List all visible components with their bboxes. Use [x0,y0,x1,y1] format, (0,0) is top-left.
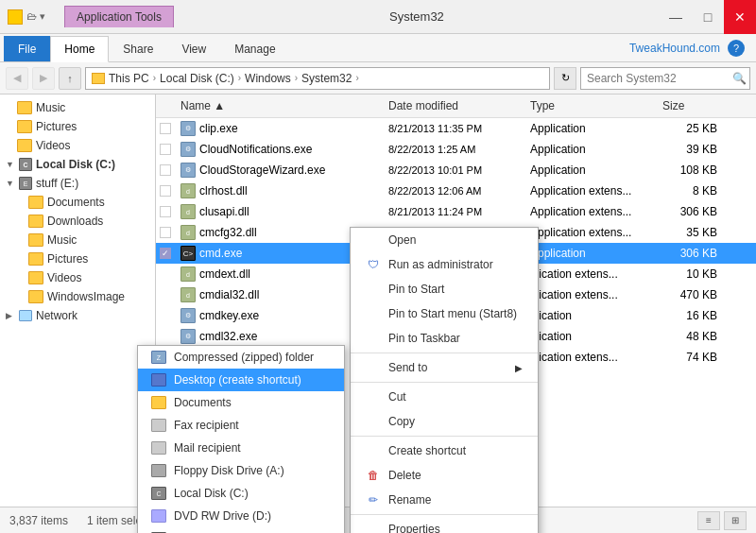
sidebar-item-local-disk[interactable]: ▼ C Local Disk (C:) [0,155,155,174]
file-icon: ⚙ [180,308,196,323]
search-input[interactable] [587,72,729,85]
sidebar-item-videos[interactable]: Videos [0,136,155,155]
sidebar-item-network[interactable]: ▶ Network [0,306,155,325]
col-size[interactable]: Size [657,97,723,114]
back-button[interactable]: ◀ [6,67,28,90]
table-row[interactable]: dclrhost.dll 8/22/2013 12:06 AM Applicat… [156,181,756,201]
refresh-button[interactable]: ↻ [554,67,576,90]
table-row[interactable]: ⚙CloudNotifications.exe 8/22/2013 1:25 A… [156,139,756,160]
path-this-pc[interactable]: This PC [109,72,149,85]
tab-manage[interactable]: Manage [220,36,289,61]
sendto-floppy[interactable]: Floppy Disk Drive (A:) [138,459,344,482]
context-menu-properties[interactable]: Properties [351,517,538,533]
help-button[interactable]: ? [728,40,745,57]
context-menu-run-admin[interactable]: 🛡 Run as administrator [351,252,538,277]
file-type: Application extens... [524,204,657,219]
network-icon [19,310,32,321]
col-name[interactable]: Name ▲ [175,97,383,114]
table-row[interactable]: ⚙CloudStorageWizard.exe 8/22/2013 10:01 … [156,160,756,181]
expand-arrow: ▶ [6,311,15,320]
tab-view[interactable]: View [167,36,220,61]
path-windows[interactable]: Windows [245,72,291,85]
tab-share[interactable]: Share [109,36,167,61]
context-divider3 [351,436,538,437]
sidebar-item-stuff[interactable]: ▼ E stuff (E:) [0,174,155,193]
folder-icon [28,233,43,247]
path-local-disk[interactable]: Local Disk (C:) [160,72,234,85]
sidebar-label: Local Disk (C:) [36,158,115,171]
sendto-stuff[interactable]: E stuff (E:) [138,527,344,533]
sendto-documents[interactable]: Documents [138,391,344,414]
sidebar-label: Pictures [36,120,77,133]
context-menu-delete[interactable]: 🗑 Delete [351,463,538,488]
context-menu-pin-taskbar[interactable]: Pin to Taskbar [351,326,538,351]
maximize-button[interactable]: □ [692,0,724,34]
pin8-icon [366,307,381,320]
context-menu-pin-start[interactable]: Pin to Start [351,277,538,301]
sidebar-item-documents[interactable]: Documents [0,193,155,212]
folder-icon [28,196,43,209]
context-menu-rename[interactable]: ✏ Rename [351,488,538,512]
context-menu-open[interactable]: Open [351,228,538,252]
file-name: ⚙clip.exe [175,120,383,137]
context-menu-sendto[interactable]: Send to ▶ [351,355,538,380]
dvd-icon [151,509,166,523]
up-button[interactable]: ↑ [59,67,81,90]
sidebar-item-windowsimage[interactable]: WindowsImage [0,287,155,306]
col-type[interactable]: Type [524,97,657,114]
sidebar-item-downloads[interactable]: Downloads [0,212,155,231]
sendto-compressed[interactable]: Z Compressed (zipped) folder [138,346,344,369]
sendto-fax[interactable]: Fax recipient [138,414,344,437]
forward-button[interactable]: ▶ [32,67,55,90]
sendto-desktop[interactable]: Desktop (create shortcut) [138,369,344,391]
tweakhound-link[interactable]: TweakHound.com [629,42,720,55]
file-header: Name ▲ Date modified Type Size [156,95,756,118]
quick-access-icons: 🗁 ▾ [26,10,45,23]
address-path[interactable]: This PC › Local Disk (C:) › Windows › Sy… [85,67,550,90]
col-date[interactable]: Date modified [383,97,524,114]
title-bar: 🗁 ▾ Application Tools System32 — □ ✕ [0,0,756,34]
file-type: plication extens... [524,266,657,282]
sidebar-item-pictures2[interactable]: Pictures [0,249,155,268]
sidebar-item-pictures[interactable]: Pictures [0,117,155,136]
path-system32[interactable]: System32 [301,72,352,85]
close-button[interactable]: ✕ [724,0,756,34]
sidebar-item-music2[interactable]: Music [0,231,155,249]
file-icon: ⚙ [180,329,196,344]
sidebar-item-videos2[interactable]: Videos [0,268,155,287]
file-icon: d [180,204,196,219]
shield-icon: 🛡 [366,258,381,271]
rename-icon: ✏ [366,493,381,507]
context-menu-copy[interactable]: Copy [351,409,538,434]
search-box[interactable]: 🔍 [580,67,750,90]
sendto-mail[interactable]: Mail recipient [138,437,344,459]
context-menu-create-shortcut[interactable]: Create shortcut [351,438,538,463]
sendto-dvd[interactable]: DVD RW Drive (D:) [138,505,344,527]
context-menu-pin-start8[interactable]: Pin to Start menu (Start8) [351,301,538,326]
file-icon: ⚙ [180,121,196,136]
folder-icon [17,139,32,152]
large-icons-button[interactable]: ⊞ [724,511,747,530]
context-menu-cut[interactable]: Cut [351,385,538,409]
sendto-local-disk[interactable]: C Local Disk (C:) [138,482,344,505]
file-size: 16 KB [657,308,723,323]
file-size: 306 KB [657,246,723,261]
tab-file[interactable]: File [4,36,50,61]
app-tools-tab: Application Tools [64,6,174,27]
window-controls: — □ ✕ [660,0,756,33]
sidebar-label: Network [36,309,77,322]
file-date: 8/21/2013 11:35 PM [383,122,524,135]
file-date: 8/22/2013 12:06 AM [383,184,524,198]
sidebar-item-music[interactable]: Music [0,98,155,117]
file-name: dclusapi.dll [175,203,383,220]
file-name: dclrhost.dll [175,182,383,199]
pin-icon [366,283,381,296]
tab-home[interactable]: Home [50,36,109,62]
details-view-button[interactable]: ≡ [697,511,720,530]
minimize-button[interactable]: — [660,0,692,34]
file-type: plication [524,308,657,323]
table-row[interactable]: dclusapi.dll 8/21/2013 11:24 PM Applicat… [156,201,756,222]
table-row[interactable]: ⚙clip.exe 8/21/2013 11:35 PM Application… [156,118,756,139]
copy-icon [366,415,381,428]
ribbon: File Home Share View Manage TweakHound.c… [0,34,756,62]
